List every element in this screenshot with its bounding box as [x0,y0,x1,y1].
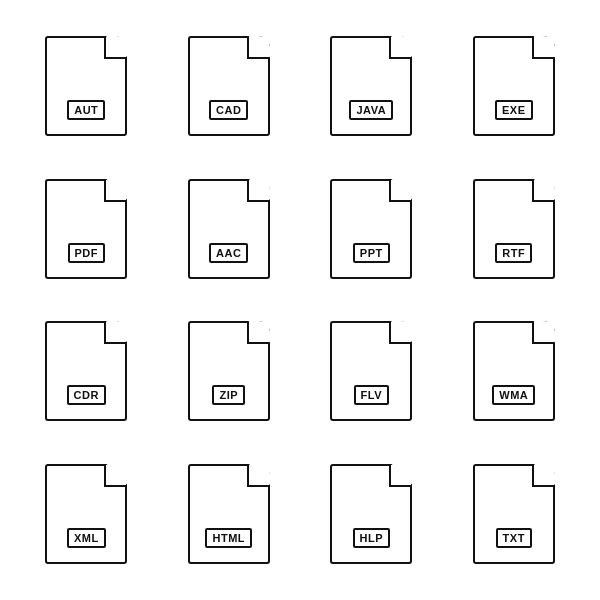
file-icon-aut: AUT [20,20,153,153]
file-icon-html: HTML [163,448,296,581]
file-label-wma: WMA [492,385,535,405]
file-shape: AAC [188,179,270,279]
file-label-ppt: PPT [353,243,390,263]
file-icon-grid: AUTCADJAVAEXEPDFAACPPTRTFCDRZIPFLVWMAXML… [0,0,600,600]
file-shape: TXT [473,464,555,564]
file-shape: RTF [473,179,555,279]
file-label-cad: CAD [209,100,248,120]
file-label-zip: ZIP [212,385,245,405]
file-icon-cad: CAD [163,20,296,153]
file-icon-rtf: RTF [448,163,581,296]
file-shape: HLP [330,464,412,564]
file-icon-hlp: HLP [305,448,438,581]
file-label-java: JAVA [349,100,393,120]
file-label-flv: FLV [354,385,389,405]
file-icon-wma: WMA [448,305,581,438]
file-shape: AUT [45,36,127,136]
file-shape: FLV [330,321,412,421]
file-icon-aac: AAC [163,163,296,296]
file-label-txt: TXT [496,528,532,548]
file-shape: EXE [473,36,555,136]
file-label-cdr: CDR [67,385,106,405]
file-shape: JAVA [330,36,412,136]
file-label-aut: AUT [67,100,105,120]
file-icon-pdf: PDF [20,163,153,296]
file-label-pdf: PDF [68,243,106,263]
file-label-hlp: HLP [353,528,391,548]
file-label-rtf: RTF [495,243,532,263]
file-icon-ppt: PPT [305,163,438,296]
file-shape: PPT [330,179,412,279]
file-shape: CDR [45,321,127,421]
file-label-html: HTML [205,528,252,548]
file-icon-flv: FLV [305,305,438,438]
file-icon-cdr: CDR [20,305,153,438]
file-shape: ZIP [188,321,270,421]
file-shape: XML [45,464,127,564]
file-shape: HTML [188,464,270,564]
file-shape: WMA [473,321,555,421]
file-icon-zip: ZIP [163,305,296,438]
file-icon-exe: EXE [448,20,581,153]
file-label-xml: XML [67,528,106,548]
file-icon-java: JAVA [305,20,438,153]
file-icon-xml: XML [20,448,153,581]
file-label-aac: AAC [209,243,248,263]
file-icon-txt: TXT [448,448,581,581]
file-label-exe: EXE [495,100,533,120]
file-shape: CAD [188,36,270,136]
file-shape: PDF [45,179,127,279]
